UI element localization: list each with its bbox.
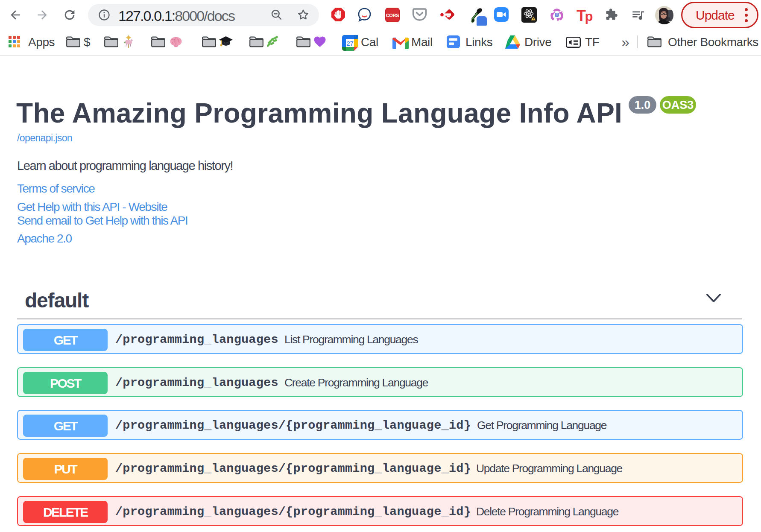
- svg-text:27: 27: [346, 40, 354, 47]
- svg-text:CORS: CORS: [386, 13, 399, 18]
